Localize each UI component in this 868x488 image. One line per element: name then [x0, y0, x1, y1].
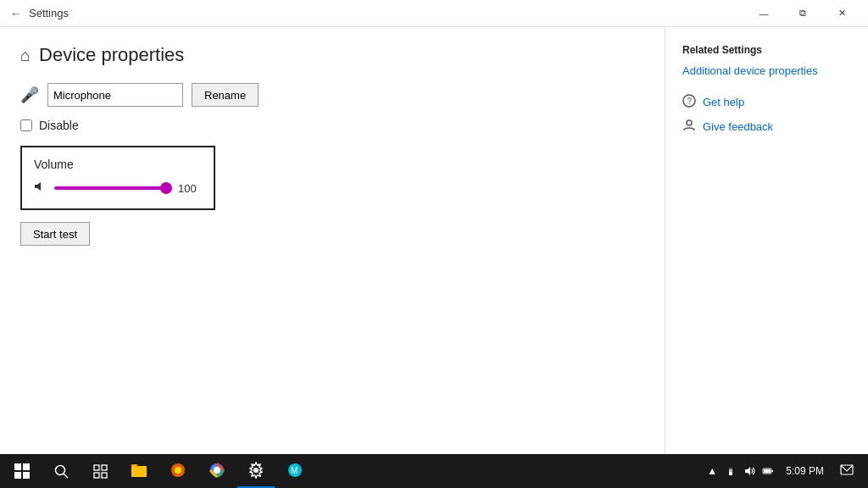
volume-label: Volume	[34, 158, 202, 171]
volume-track	[54, 186, 171, 190]
tray-arrow-icon[interactable]: ▲	[703, 454, 721, 488]
window-title: Settings	[29, 7, 69, 19]
title-bar: ← Settings — ⧉ ✕	[0, 0, 868, 27]
taskbar: M ▲	[0, 454, 868, 488]
svg-rect-14	[102, 473, 107, 478]
main-area: ⌂ Device properties 🎤 Rename Disable Vol…	[0, 27, 868, 454]
network-icon[interactable]	[721, 454, 740, 488]
svg-rect-5	[14, 463, 21, 470]
volume-row: 100	[34, 180, 202, 197]
svg-point-19	[214, 467, 220, 474]
close-button[interactable]: ✕	[822, 0, 861, 27]
disable-label[interactable]: Disable	[39, 119, 79, 132]
svg-point-17	[175, 467, 181, 474]
content-area: ⌂ Device properties 🎤 Rename Disable Vol…	[0, 27, 665, 454]
disable-checkbox[interactable]	[20, 119, 32, 131]
related-settings-title: Related Settings	[682, 44, 851, 56]
svg-rect-13	[94, 473, 99, 478]
battery-icon[interactable]	[759, 454, 777, 488]
restore-button[interactable]: ⧉	[783, 0, 822, 27]
search-button[interactable]	[42, 454, 80, 488]
get-help-link[interactable]: ? Get help	[682, 94, 851, 110]
back-icon[interactable]: ←	[10, 7, 22, 20]
svg-rect-29	[771, 470, 773, 472]
additional-device-properties-link[interactable]: Additional device properties	[682, 64, 851, 77]
svg-rect-7	[14, 472, 21, 479]
svg-point-9	[55, 465, 64, 474]
title-bar-left: ← Settings	[10, 7, 69, 20]
svg-rect-15	[131, 466, 147, 477]
taskbar-chrome[interactable]	[198, 454, 236, 488]
svg-rect-0	[35, 185, 37, 188]
svg-rect-25	[729, 472, 732, 475]
restore-icon: ⧉	[799, 8, 806, 19]
taskbar-unknown-app[interactable]: M	[276, 454, 314, 488]
microphone-icon: 🎤	[20, 86, 39, 104]
get-help-icon: ?	[682, 94, 696, 110]
taskbar-clock[interactable]: 5:09 PM	[781, 454, 829, 488]
help-links: ? Get help Give feedback	[682, 94, 851, 135]
title-bar-controls: — ⧉ ✕	[744, 0, 861, 27]
taskbar-firefox[interactable]	[159, 454, 197, 488]
svg-rect-28	[764, 469, 771, 473]
svg-marker-26	[745, 467, 750, 475]
device-name-input[interactable]	[47, 83, 183, 107]
sys-tray: ▲	[703, 454, 777, 488]
page-title: Device properties	[39, 44, 184, 66]
volume-icon	[34, 180, 47, 197]
start-test-button[interactable]: Start test	[20, 222, 90, 246]
clock-time: 5:09 PM	[786, 465, 824, 477]
svg-point-4	[687, 120, 692, 125]
give-feedback-link[interactable]: Give feedback	[682, 119, 851, 135]
rename-button[interactable]: Rename	[192, 83, 259, 107]
taskbar-settings[interactable]	[237, 454, 275, 488]
svg-rect-6	[23, 463, 30, 470]
svg-marker-1	[37, 182, 41, 191]
minimize-button[interactable]: —	[744, 0, 783, 27]
svg-point-20	[253, 468, 259, 473]
taskbar-right: ▲	[703, 454, 865, 488]
home-icon[interactable]: ⌂	[20, 46, 31, 65]
svg-text:?: ?	[687, 97, 693, 106]
task-view-button[interactable]	[81, 454, 119, 488]
taskbar-left: M	[3, 454, 314, 488]
volume-box: Volume 100	[20, 146, 215, 210]
svg-rect-12	[102, 465, 107, 470]
page-title-row: ⌂ Device properties	[20, 44, 644, 66]
svg-line-10	[64, 474, 68, 478]
feedback-icon	[682, 119, 696, 135]
volume-value: 100	[178, 182, 202, 195]
start-button[interactable]	[3, 454, 41, 488]
device-name-row: 🎤 Rename	[20, 83, 644, 107]
svg-rect-11	[94, 465, 99, 470]
feedback-label: Give feedback	[703, 120, 773, 133]
svg-rect-8	[23, 472, 30, 479]
volume-thumb[interactable]	[160, 182, 172, 194]
right-panel: Related Settings Additional device prope…	[665, 27, 868, 454]
disable-row: Disable	[20, 119, 644, 132]
close-icon: ✕	[838, 8, 846, 19]
volume-slider-container[interactable]	[54, 180, 171, 197]
minimize-icon: —	[760, 8, 769, 19]
notification-button[interactable]	[832, 454, 861, 488]
svg-text:M: M	[291, 466, 298, 475]
get-help-label: Get help	[703, 96, 744, 108]
taskbar-file-explorer[interactable]	[120, 454, 158, 488]
volume-tray-icon[interactable]	[740, 454, 759, 488]
